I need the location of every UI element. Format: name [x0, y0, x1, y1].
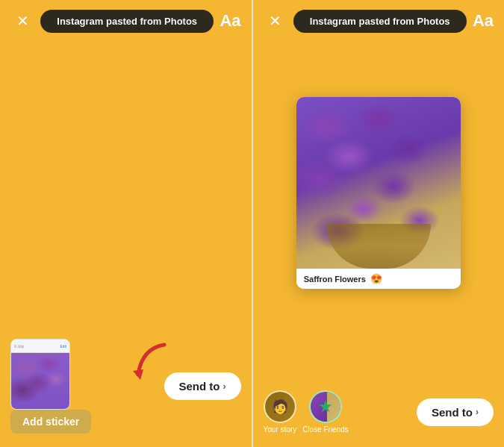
left-close-button[interactable]: ✕ [10, 9, 34, 33]
left-notification-text: Instagram pasted from Photos [57, 16, 197, 27]
left-send-to-label: Send to [179, 380, 220, 393]
your-story-option[interactable]: 🧑 Your story [264, 390, 297, 434]
basket-overlay [326, 224, 431, 269]
right-close-button[interactable]: ✕ [264, 9, 287, 33]
right-send-to-label: Send to [432, 406, 473, 419]
right-notification-text: Instagram pasted from Photos [310, 16, 450, 27]
right-text-button[interactable]: Aa [473, 11, 494, 31]
close-friends-label: Close Friends [302, 425, 349, 434]
left-panel: ✕ Instagram pasted from Photos Aa 9 July… [0, 0, 252, 447]
thumbnail-preview: 9 July Edit [10, 339, 70, 410]
right-send-to-button[interactable]: Send to › [417, 398, 494, 426]
thumbnail-header: 9 July Edit [11, 340, 69, 353]
your-story-avatar-inner: 🧑 [265, 392, 295, 422]
caption-emoji: 😍 [370, 273, 382, 284]
left-notification-pill: Instagram pasted from Photos [40, 10, 214, 33]
right-top-bar: ✕ Instagram pasted from Photos Aa [253, 9, 505, 33]
right-notification-pill: Instagram pasted from Photos [293, 10, 467, 33]
add-sticker-area: 9 July Edit Add sti [10, 339, 157, 434]
photo-card-image [296, 97, 461, 269]
left-text-button[interactable]: Aa [220, 11, 240, 31]
svg-marker-1 [133, 369, 143, 380]
thumbnail-image [11, 353, 69, 410]
photo-card: Saffron Flowers 😍 [296, 97, 461, 289]
right-panel: ✕ Instagram pasted from Photos Aa Saffro… [253, 0, 505, 447]
close-friends-option[interactable]: Close Friends [302, 390, 349, 434]
left-top-bar: ✕ Instagram pasted from Photos Aa [0, 9, 252, 33]
add-sticker-label: Add sticker [22, 416, 79, 428]
add-sticker-button[interactable]: Add sticker [10, 410, 91, 434]
your-story-label: Your story [264, 425, 297, 434]
left-send-chevron-icon: › [223, 381, 226, 392]
right-text-label: Aa [473, 11, 494, 30]
your-story-avatar: 🧑 [264, 390, 296, 423]
right-bottom-bar: 🧑 Your story Close Friends Send to › [253, 383, 505, 447]
left-send-to-button[interactable]: Send to › [164, 372, 241, 400]
left-text-label: Aa [220, 11, 240, 30]
photo-caption-bar: Saffron Flowers 😍 [296, 269, 461, 289]
photo-caption-text: Saffron Flowers [304, 275, 366, 284]
right-send-chevron-icon: › [476, 407, 479, 417]
close-friends-inner [311, 392, 340, 422]
close-friends-avatar [309, 390, 342, 423]
left-bottom-bar: 9 July Edit Add sti [0, 331, 252, 447]
